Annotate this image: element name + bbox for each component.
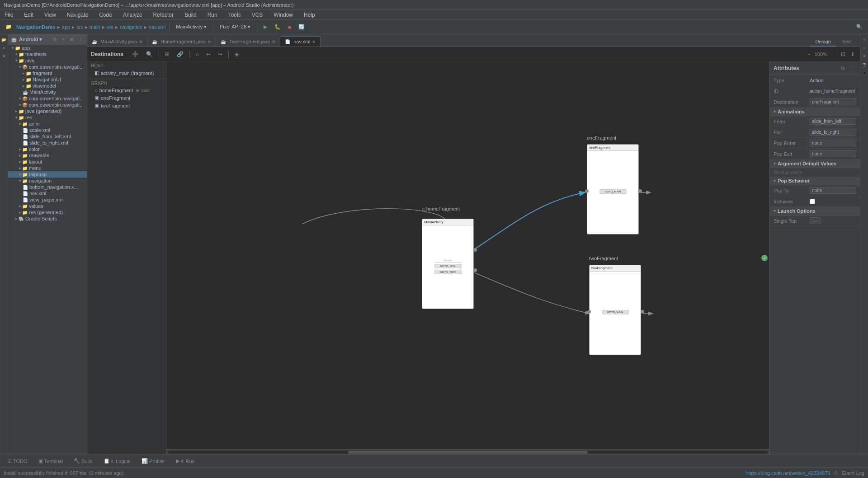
tab-close-mainactivity[interactable]: ✕	[139, 39, 142, 44]
device-explorer-btn[interactable]: 📱	[861, 69, 868, 76]
tab-homefragment[interactable]: ☕ HomeFragment.java ✕	[147, 37, 216, 47]
menu-code[interactable]: Code	[96, 11, 115, 19]
tree-item-viewmodel-folder[interactable]: ▸ 📁 viewmodel	[8, 83, 87, 89]
tree-item-anim[interactable]: ▾ 📁 anim	[8, 121, 87, 127]
scrollbar-thumb[interactable]	[348, 451, 588, 454]
menu-window[interactable]: Window	[271, 11, 296, 19]
tab-close-navxml[interactable]: ✕	[312, 39, 316, 44]
project-scroll-btn[interactable]: ↕	[77, 36, 84, 43]
tree-item-res[interactable]: ▾ 📁 res	[8, 114, 87, 121]
tree-item-values[interactable]: ▸ 📁 values	[8, 203, 87, 209]
info-btn[interactable]: ℹ	[849, 50, 856, 59]
event-log-label[interactable]: Event Log	[842, 470, 864, 476]
attr-popenter-dropdown[interactable]: none	[810, 140, 856, 146]
structure-btn[interactable]: ≡	[0, 44, 8, 52]
connector-home-right-mid[interactable]	[473, 268, 477, 272]
search-btn[interactable]: 🔍	[144, 50, 155, 59]
tree-item-gradle-scripts[interactable]: ▸ 🐘 Gradle Scripts	[8, 216, 87, 222]
tree-item-navigation[interactable]: ▾ 📁 navigation	[8, 178, 87, 184]
tree-item-fragment-folder[interactable]: ▸ 📁 fragment	[8, 70, 87, 76]
project-collapse-btn[interactable]: ⊟	[68, 36, 75, 43]
tree-item-scale-xml[interactable]: 📄 scale.xml	[8, 127, 87, 133]
dest-item-homefragment[interactable]: ⌂ homeFragment	[91, 87, 162, 94]
zoom-in-btn[interactable]: +	[829, 50, 837, 59]
nav-canvas[interactable]: ⌂ homeFragment MainActivity edit_text GO…	[166, 61, 769, 455]
tree-item-bottom-nav-xml[interactable]: 📄 bottom_navigation.x...	[8, 184, 87, 190]
project-tool-btn[interactable]: 📂	[0, 36, 8, 43]
menu-edit[interactable]: Edit	[21, 11, 36, 19]
fragment-card-one[interactable]: oneFragment GOTO_MAIN	[587, 144, 639, 234]
bottom-tab-logcat[interactable]: 📋 6: Logcat	[100, 457, 135, 465]
connector-one-right[interactable]	[638, 189, 642, 193]
menu-vcs[interactable]: VCS	[249, 11, 266, 19]
tree-item-view-pager-xml[interactable]: 📄 view_pager.xml	[8, 197, 87, 203]
group-btn[interactable]: ⊞	[163, 50, 172, 59]
tree-item-mainactivity[interactable]: ☕ MainActivity	[8, 89, 87, 95]
tab-close-twofragment[interactable]: ✕	[272, 39, 275, 44]
tree-item-menu[interactable]: ▸ 📁 menu	[8, 165, 87, 171]
dest-item-onefragment[interactable]: ▣ oneFragment	[91, 94, 162, 102]
project-icon-btn[interactable]: 📁	[3, 23, 14, 31]
menu-analyze[interactable]: Analyze	[120, 11, 145, 19]
attr-enter-dropdown[interactable]: slide_from_left	[810, 118, 856, 125]
layout-captures-btn[interactable]: 📸	[861, 61, 868, 68]
project-filter-btn[interactable]: ≡	[60, 36, 67, 43]
tree-item-pkg-test1[interactable]: ▾ 📦 com.ouwenbin.navigati...	[8, 95, 87, 102]
fragment-card-two[interactable]: twoFragment GOTO_MAIN	[589, 265, 641, 355]
home-btn[interactable]: ⌂	[193, 50, 201, 59]
tree-item-layout[interactable]: ▸ 📁 layout	[8, 159, 87, 165]
dest-item-twofragment[interactable]: ▣ twoFragment	[91, 102, 162, 109]
tree-item-slide-left-xml[interactable]: 📄 slide_from_left.xml	[8, 133, 87, 140]
menu-refactor[interactable]: Refactor	[151, 11, 176, 19]
favorites-btn[interactable]: ★	[0, 52, 8, 60]
status-url[interactable]: https://blog.csdn.net/weixin_42324879	[745, 470, 830, 476]
menu-file[interactable]: File	[2, 11, 16, 19]
tab-close-homefragment[interactable]: ✕	[208, 39, 211, 44]
deep-link-btn[interactable]: 🔗	[175, 50, 186, 59]
structure-view-btn[interactable]: ≡	[861, 36, 868, 43]
bottom-tab-run[interactable]: ▶ 4: Run	[172, 457, 198, 465]
search-everywhere-button[interactable]: 🔍	[854, 23, 865, 31]
connector-home-right-top[interactable]	[473, 248, 477, 252]
attr-close-btn[interactable]: −	[849, 64, 856, 72]
bottom-tab-terminal[interactable]: ▣ Terminal	[35, 457, 67, 465]
forward-btn[interactable]: ↪	[216, 50, 225, 59]
menu-view[interactable]: View	[42, 11, 59, 19]
menu-tools[interactable]: Tools	[226, 11, 244, 19]
connector-one-left[interactable]	[585, 189, 589, 193]
tree-item-pkg-main[interactable]: ▾ 📦 com.ouwenbin.navigati...	[8, 64, 87, 70]
bottom-tab-todo[interactable]: ☑ TODO	[4, 457, 31, 465]
tab-navxml[interactable]: 📄 nav.xml ✕	[280, 36, 321, 47]
connector-two-right[interactable]	[641, 310, 644, 314]
menu-run[interactable]: Run	[205, 11, 220, 19]
scrollbar-track[interactable]	[168, 451, 768, 454]
tree-item-slide-right-xml[interactable]: 📄 slide_to_right.xml	[8, 140, 87, 146]
menu-navigate[interactable]: Navigate	[64, 11, 91, 19]
menu-build[interactable]: Build	[182, 11, 199, 19]
tree-item-app[interactable]: ▾ 📁 app	[8, 45, 87, 51]
tree-item-res-generated[interactable]: ▸ 📁 res (generated)	[8, 209, 87, 216]
attr-popexit-dropdown[interactable]: none	[810, 150, 856, 157]
tree-item-mipmap[interactable]: ▾ 📁 mipmap	[8, 171, 87, 178]
run-button[interactable]: ▶	[261, 23, 270, 31]
tree-item-manifests[interactable]: ▾ 📁 HOST manifests	[8, 51, 87, 57]
connector-two-left[interactable]	[587, 310, 591, 314]
project-settings-btn[interactable]: ⚙	[51, 36, 58, 43]
menu-help[interactable]: Help	[301, 11, 318, 19]
fragment-card-home[interactable]: MainActivity edit_text GOTO_ONE GOTO_TWO	[422, 219, 474, 309]
device-dropdown[interactable]: Pixel API 28 ▾	[217, 23, 253, 31]
back-btn[interactable]: ↩	[204, 50, 213, 59]
build-variants-btn[interactable]: ⊞	[861, 52, 868, 60]
host-activity-main[interactable]: ◧ activity_main (fragment)	[91, 69, 162, 77]
sync-button[interactable]: 🔄	[296, 23, 307, 31]
bookmarks-btn[interactable]: ☆	[861, 44, 868, 52]
tree-item-java-generated[interactable]: ▸ 📁 java (generated)	[8, 108, 87, 114]
fit-btn[interactable]: ⊡	[839, 50, 848, 59]
attr-argdefault-header[interactable]: ▾ Argument Default Values	[770, 159, 860, 168]
tree-item-navigationui-folder[interactable]: ▸ 📁 NavigationUI	[8, 76, 87, 83]
bottom-tab-build[interactable]: 🔨 Build	[70, 457, 96, 465]
tree-item-nav-xml[interactable]: 📄 nav.xml	[8, 190, 87, 197]
debug-button[interactable]: 🐛	[272, 23, 283, 31]
auto-arrange-btn[interactable]: ◈	[232, 50, 241, 59]
attr-singletop-toggle[interactable]: —	[810, 217, 821, 224]
